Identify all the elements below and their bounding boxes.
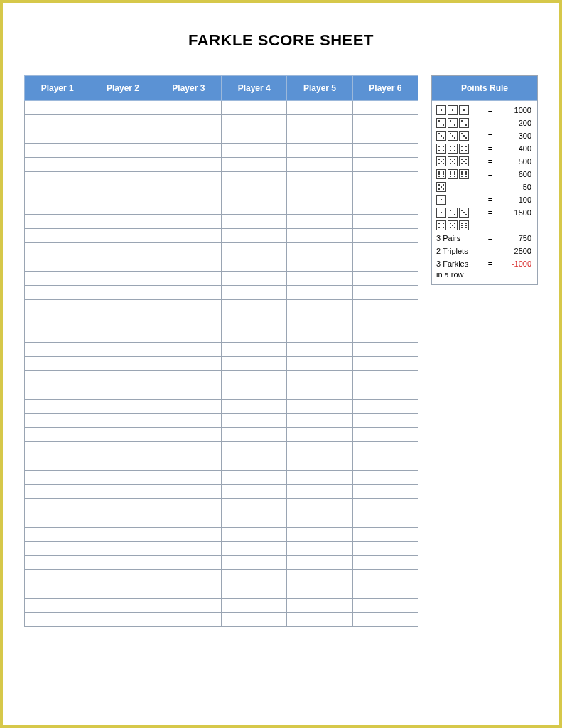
score-cell — [287, 485, 352, 499]
rule-label: 2 Triplets — [436, 247, 483, 255]
score-cell — [287, 172, 352, 186]
score-row — [25, 272, 418, 286]
score-cell — [221, 428, 286, 442]
rule-label: 3 Farkles — [436, 259, 483, 268]
score-cell — [90, 243, 156, 257]
score-cell — [352, 513, 418, 528]
score-cell — [221, 314, 286, 328]
rule-row: =200 — [432, 117, 537, 129]
score-cell — [25, 385, 90, 400]
score-cell — [352, 286, 418, 300]
score-cell — [25, 229, 90, 243]
rule-dice — [436, 105, 483, 115]
score-cell — [156, 115, 221, 129]
score-cell — [287, 513, 352, 528]
rule-dice — [436, 118, 483, 128]
die-4-icon — [436, 144, 446, 154]
rule-equals: = — [486, 196, 495, 204]
score-cell — [352, 257, 418, 272]
score-cell — [156, 172, 221, 186]
rule-value: 500 — [497, 157, 533, 166]
score-cell — [25, 499, 90, 513]
score-cell — [90, 556, 156, 570]
score-cell — [221, 570, 286, 584]
die-6-icon — [459, 220, 469, 230]
score-row — [25, 286, 418, 300]
score-row — [25, 101, 418, 115]
score-cell — [25, 328, 90, 343]
score-cell — [25, 186, 90, 200]
score-row — [25, 556, 418, 570]
score-table-header: Player 1Player 2Player 3Player 4Player 5… — [25, 76, 418, 101]
score-cell — [90, 371, 156, 385]
score-cell — [221, 371, 286, 385]
score-cell — [25, 371, 90, 385]
rule-value: 2500 — [497, 247, 533, 255]
score-cell — [287, 328, 352, 343]
die-6-icon — [459, 169, 469, 179]
score-cell — [90, 343, 156, 357]
die-2-icon — [448, 208, 458, 218]
score-cell — [90, 115, 156, 129]
score-cell — [25, 599, 90, 613]
die-4-icon — [436, 220, 446, 230]
score-cell — [221, 328, 286, 343]
score-cell — [25, 257, 90, 272]
score-cell — [221, 272, 286, 286]
score-cell — [90, 272, 156, 286]
score-cell — [90, 129, 156, 144]
score-cell — [352, 584, 418, 599]
score-cell — [25, 613, 90, 627]
score-cell — [221, 144, 286, 158]
score-cell — [156, 400, 221, 414]
page-title: FARKLE SCORE SHEET — [24, 31, 538, 50]
score-cell — [287, 129, 352, 144]
rule-equals: = — [486, 132, 495, 140]
score-cell — [221, 286, 286, 300]
rule-row: =1000 — [432, 104, 537, 117]
score-cell — [90, 513, 156, 528]
score-cell — [287, 200, 352, 215]
score-row — [25, 471, 418, 485]
score-row — [25, 499, 418, 513]
score-cell — [90, 328, 156, 343]
score-row — [25, 200, 418, 215]
score-row — [25, 215, 418, 229]
rule-row: =300 — [432, 129, 537, 142]
player-header-4: Player 4 — [221, 76, 286, 101]
rule-row: =50 — [432, 181, 537, 193]
rule-equals: = — [486, 208, 495, 217]
score-cell — [287, 414, 352, 428]
score-cell — [156, 229, 221, 243]
rule-equals: = — [486, 144, 495, 153]
score-cell — [90, 613, 156, 627]
score-cell — [287, 215, 352, 229]
score-cell — [25, 556, 90, 570]
score-cell — [25, 300, 90, 314]
player-header-6: Player 6 — [352, 76, 418, 101]
score-cell — [25, 584, 90, 599]
score-cell — [90, 158, 156, 172]
rule-value: 100 — [497, 196, 533, 204]
score-cell — [221, 101, 286, 115]
score-cell — [221, 513, 286, 528]
score-row — [25, 613, 418, 627]
score-cell — [156, 314, 221, 328]
score-cell — [156, 556, 221, 570]
score-cell — [352, 272, 418, 286]
score-row — [25, 343, 418, 357]
score-cell — [90, 144, 156, 158]
score-cell — [156, 456, 221, 471]
score-cell — [352, 400, 418, 414]
score-row — [25, 371, 418, 385]
rule-value: 1500 — [497, 208, 533, 217]
score-cell — [221, 599, 286, 613]
score-cell — [90, 570, 156, 584]
score-cell — [90, 314, 156, 328]
score-cell — [221, 499, 286, 513]
score-table: Player 1Player 2Player 3Player 4Player 5… — [24, 75, 418, 627]
score-cell — [352, 613, 418, 627]
die-5-icon — [459, 156, 469, 166]
score-cell — [352, 243, 418, 257]
score-row — [25, 485, 418, 499]
